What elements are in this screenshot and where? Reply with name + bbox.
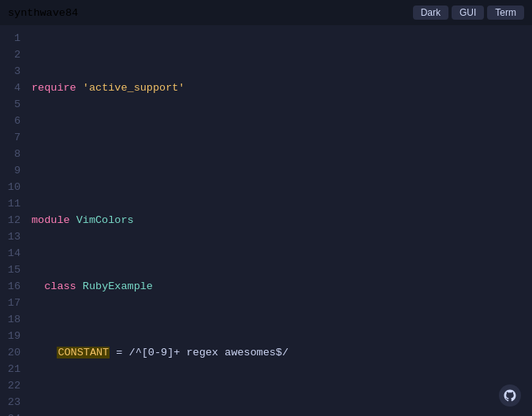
line-num: 24: [0, 410, 20, 416]
line-num: 15: [0, 262, 20, 278]
code-line-2: [32, 146, 527, 162]
github-icon[interactable]: [499, 384, 521, 407]
line-num: 14: [0, 245, 20, 262]
titlebar-buttons: Dark GUI Term: [413, 6, 524, 20]
app-title: synthwave84: [8, 7, 78, 19]
code-line-1: require 'active_support': [32, 80, 527, 96]
code-area: require 'active_support' module VimColor…: [28, 25, 532, 416]
code-line-3: module VimColors: [32, 212, 527, 228]
line-num: 22: [0, 377, 20, 394]
code-line-5: CONSTANT = /^[0-9]+ regex awesomes$/: [32, 344, 527, 361]
line-num: 7: [0, 129, 20, 146]
term-button[interactable]: Term: [487, 6, 524, 20]
dark-button[interactable]: Dark: [413, 6, 448, 20]
line-num: 3: [0, 63, 20, 80]
line-num: 4: [0, 80, 20, 96]
line-num: 6: [0, 113, 20, 129]
line-num: 19: [0, 328, 20, 344]
gui-button[interactable]: GUI: [452, 6, 484, 20]
code-line-6: [32, 410, 527, 416]
line-num: 23: [0, 394, 20, 410]
line-num: 20: [0, 344, 20, 361]
line-num: 1: [0, 30, 20, 46]
line-num: 12: [0, 212, 20, 228]
line-num: 17: [0, 295, 20, 311]
line-num: 5: [0, 96, 20, 113]
line-numbers: 1 2 3 4 5 6 7 8 9 10 11 12 13 14 15 16 1…: [0, 25, 28, 416]
titlebar: synthwave84 Dark GUI Term: [0, 0, 532, 25]
line-num: 9: [0, 162, 20, 179]
line-num: 21: [0, 361, 20, 377]
line-num: 13: [0, 228, 20, 245]
editor: 1 2 3 4 5 6 7 8 9 10 11 12 13 14 15 16 1…: [0, 25, 532, 416]
line-num: 18: [0, 311, 20, 328]
line-num: 2: [0, 46, 20, 63]
line-num: 8: [0, 146, 20, 162]
line-num: 10: [0, 179, 20, 195]
line-num: 11: [0, 195, 20, 212]
line-num: 16: [0, 278, 20, 295]
code-line-4: class RubyExample: [32, 278, 527, 295]
